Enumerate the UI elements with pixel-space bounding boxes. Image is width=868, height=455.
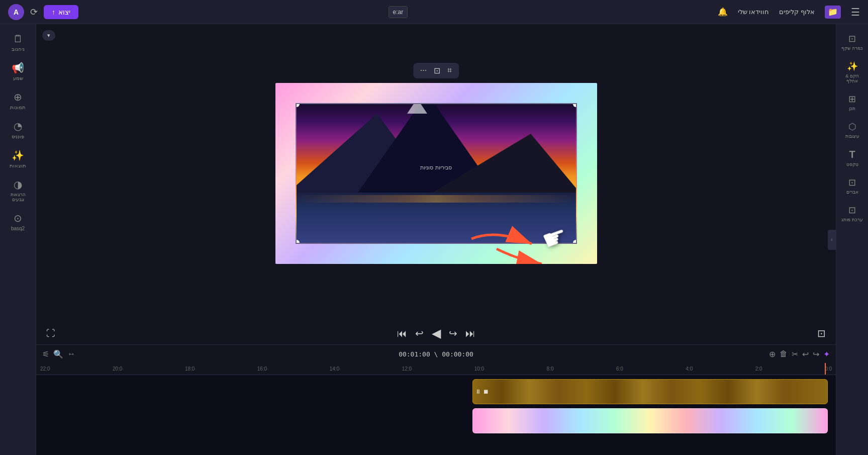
playback-left: ⛶ [46,328,55,339]
undo-button[interactable]: ↩ [802,349,809,359]
track-pause-icon[interactable]: ⏸ [475,388,481,395]
ruler-marks: 22:0 20:0 18:0 16:0 14:0 12:0 10:0 8:0 6… [40,366,832,372]
sidebar-item-notes[interactable]: 🗒 ניהנוב [0,29,36,56]
mountain-snow [407,104,427,114]
magic-wand-icon: ✨ [847,61,858,72]
right-sidebar-item-layout[interactable]: ⊞ תכן [836,89,868,115]
search-label-text: e:ar [393,9,404,16]
folder-icon: 📁 [828,7,838,17]
gradient-track[interactable] [472,408,828,433]
video-inner-frame[interactable]: סביריות סוניות ↺ [296,103,577,244]
timeline-tracks: ⏸ ⏹ [36,375,836,455]
sidebar-item-tools[interactable]: ✨ תוצאות [0,145,36,172]
scale-icon: ⊡ [848,33,856,44]
left-sidebar: 🗒 ניהנוב 📢 שמע ⊕ תמונות ◔ פונניס ✨ תוצאו… [0,24,36,455]
sidebar-label-notes: ניהנוב [12,46,25,52]
history-button[interactable]: ⟳ [30,7,38,18]
right-sidebar-label-shapes: עיצובות [845,134,859,139]
rewind-button[interactable]: ↩ [415,327,424,339]
export-icon: ↑ [52,8,55,16]
sidebar-item-adjust[interactable]: ◑ הרצאותצבעים [0,174,36,206]
preview-expand-button[interactable]: ⊡ [431,65,443,76]
canvas-wrapper: ▾ ··· ⊡ ⌗ [36,24,836,322]
bell-icon: 🔔 [718,7,728,17]
track-end-icon[interactable]: ⏹ [483,388,489,395]
folder-icon-box[interactable]: 📁 [825,6,841,19]
sidebar-item-clock[interactable]: ⊙ basq2 [0,208,36,235]
notes-icon: 🗒 [13,33,23,45]
video-track[interactable]: ⏸ ⏹ [472,379,828,404]
magic-enhance-button[interactable]: ✦ [823,349,830,359]
export-button[interactable]: ↑ יצוא [44,5,78,19]
filters-icon: ◔ [14,120,22,132]
skip-to-end-button[interactable]: ⏭ [465,328,475,339]
nav-link-clips[interactable]: אלוף קליפים [779,8,815,16]
skip-to-start-button[interactable]: ⏮ [397,328,407,339]
timeline-toolbar-left: ⚟ 🔍 ↔ [42,349,75,359]
playhead[interactable] [825,363,826,375]
right-sidebar-item-template[interactable]: ⊡ ערכת מותג [836,201,868,226]
top-nav-right: 🔔 חווידאו שלי אלוף קליפים 📁 ☰ [718,6,860,19]
timeline-zoom-fit-button[interactable]: ↔ [67,349,75,358]
right-sidebar-label-magic: הקם &אחלף [845,73,859,83]
lake-reflection [297,195,576,203]
sidebar-collapse-button[interactable]: ‹ [828,230,836,250]
sidebar-item-audio[interactable]: 📢 שמע [0,58,36,85]
avatar[interactable]: A [8,4,24,20]
preview-toolbar: ··· ⊡ ⌗ [413,63,459,78]
right-sidebar-item-scale[interactable]: ⊡ כמרה שקף [836,29,868,55]
dropdown-pill[interactable]: ▾ [42,30,55,41]
timeline-toolbar: ⚟ 🔍 ↔ 00:01:00 \ 00:00:00 ⊕ 🗑 ✂ ↩ ↪ ✦ [36,345,836,363]
playback-center: ⏮ ↩ ◀ ↪ ⏭ [397,326,475,340]
main-area: 🗒 ניהנוב 📢 שמע ⊕ תמונות ◔ פונניס ✨ תוצאו… [0,24,868,455]
right-sidebar-label-template: ערכת מותג [841,217,863,222]
delete-clip-button[interactable]: 🗑 [780,349,788,358]
video-icon: ⊡ [848,177,856,188]
right-sidebar-item-shapes[interactable]: ⬡ עיצובות [836,117,868,143]
right-sidebar-item-magic[interactable]: ✨ הקם &אחלף [836,57,868,87]
right-sidebar-label-text: טקסט [846,162,858,167]
prev-frame-button[interactable]: ◀ [432,326,441,340]
playback-right: ⊡ [817,327,826,339]
cut-button[interactable]: ✂ [792,349,798,359]
timeline-toolbar-right: ⊕ 🗑 ✂ ↩ ↪ ✦ [769,349,830,359]
timeline-split-icon[interactable]: ⚟ [42,349,49,359]
redo-button[interactable]: ↪ [813,349,819,359]
tools-icon: ✨ [12,149,24,161]
nav-link-video[interactable]: חווידאו שלי [738,8,769,16]
sidebar-label-adjust: הרצאותצבעים [11,192,26,202]
right-sidebar-item-video[interactable]: ⊡ אברים [836,173,868,199]
right-sidebar-label-video: אברים [846,190,858,195]
menu-icon[interactable]: ☰ [851,6,860,18]
sidebar-label-tools: תוצאות [10,163,26,168]
export-label: יצוא [58,8,70,16]
top-navigation: A ⟳ ↑ יצוא e:ar 🔔 חווידאו שלי אלוף קליפי… [0,0,868,24]
effects-icon: ⊕ [14,91,22,103]
effects-panel-button[interactable]: ⊡ [817,327,826,339]
video-text-overlay: סביריות סוניות [420,164,451,171]
timeline-zoom-in-button[interactable]: 🔍 [53,349,63,359]
right-sidebar-item-text[interactable]: T טקסט [836,145,868,171]
adjust-icon: ◑ [14,178,22,191]
chevron-down-icon: ▾ [47,32,50,39]
top-nav-left: A ⟳ ↑ יצוא [8,4,78,20]
preview-crop-button[interactable]: ⌗ [444,65,455,76]
preview-more-button[interactable]: ··· [417,65,430,76]
right-sidebar-label-scale: כמרה שקף [841,46,863,51]
sidebar-item-effects[interactable]: ⊕ תמונות [0,87,36,114]
current-time: 00:01:00 [399,350,430,358]
playback-controls: ⛶ ⏮ ↩ ◀ ↪ ⏭ ⊡ [36,322,836,344]
fullscreen-button[interactable]: ⛶ [46,328,55,339]
layout-icon: ⊞ [848,94,856,105]
center-area: ▾ ··· ⊡ ⌗ [36,24,836,455]
sidebar-label-effects: תמונות [10,105,26,110]
sidebar-label-filters: פונניס [12,134,24,139]
sidebar-label-clock: basq2 [11,226,25,231]
next-frame-button[interactable]: ↪ [449,327,457,339]
mountain-right [430,134,576,194]
clock-icon: ⊙ [14,212,22,224]
add-clip-button[interactable]: ⊕ [769,349,776,359]
text-icon: T [849,149,855,160]
template-icon: ⊡ [848,205,856,216]
sidebar-item-filters[interactable]: ◔ פונניס [0,116,36,143]
